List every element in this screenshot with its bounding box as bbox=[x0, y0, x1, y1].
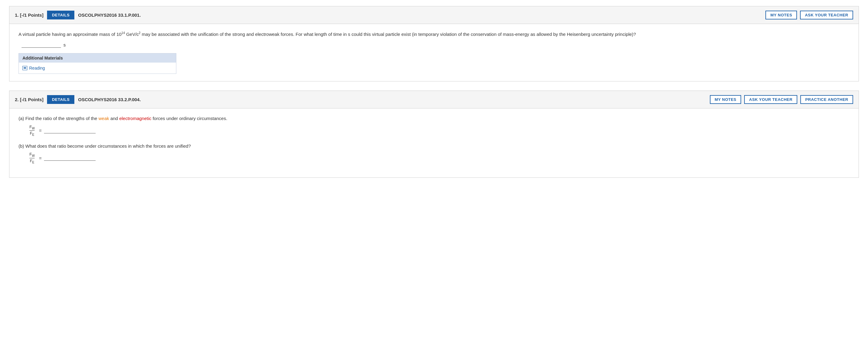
q2-fraction-b-den-sub: E bbox=[32, 161, 34, 164]
q2-my-notes-button[interactable]: MY NOTES bbox=[710, 95, 741, 104]
q1-my-notes-button[interactable]: MY NOTES bbox=[766, 11, 797, 20]
q1-additional-materials: Additional Materials Reading bbox=[19, 53, 176, 74]
question-2-header: 2. [-/1 Points] DETAILS OSCOLPHYS2016 33… bbox=[9, 91, 859, 109]
q2-part-a-prefix: (a) Find the ratio of the strengths of t… bbox=[19, 116, 98, 121]
q2-fraction-b-den: FE bbox=[30, 158, 34, 164]
q2-part-b-input[interactable] bbox=[44, 155, 96, 161]
q2-fraction-b-num-sub: W bbox=[32, 154, 35, 157]
q1-additional-materials-header: Additional Materials bbox=[19, 54, 176, 63]
q2-part-b-fraction-row: FW FE = bbox=[28, 152, 849, 164]
q2-fraction-b: FW FE bbox=[29, 152, 35, 164]
q2-part-a: (a) Find the ratio of the strengths of t… bbox=[19, 115, 849, 137]
q1-reading-label: Reading bbox=[29, 66, 45, 70]
question-1-number: 1. [-/1 Points] bbox=[15, 12, 43, 18]
question-2: 2. [-/1 Points] DETAILS OSCOLPHYS2016 33… bbox=[9, 91, 859, 178]
q2-details-button[interactable]: DETAILS bbox=[47, 95, 74, 104]
q1-exponent: 14 bbox=[121, 31, 125, 35]
q2-ask-teacher-button[interactable]: ASK YOUR TEACHER bbox=[744, 95, 797, 104]
question-2-body: (a) Find the ratio of the strengths of t… bbox=[9, 109, 859, 177]
q2-part-a-fraction-row: FW FE = bbox=[28, 124, 849, 137]
q2-fraction-a-den-sub: E bbox=[32, 133, 34, 137]
q1-header-buttons: MY NOTES ASK YOUR TEACHER bbox=[766, 11, 853, 20]
q1-additional-materials-body: Reading bbox=[19, 63, 176, 74]
q2-part-b-question: (b) What does that ratio become under ci… bbox=[19, 143, 849, 150]
question-1-body: A virtual particle having an approximate… bbox=[9, 24, 859, 81]
reading-icon bbox=[23, 66, 27, 70]
q2-fraction-a-num-sub: W bbox=[32, 126, 35, 130]
q2-fraction-b-num: FW bbox=[29, 152, 35, 158]
q2-part-a-input[interactable] bbox=[44, 128, 96, 134]
q2-practice-another-button[interactable]: PRACTICE ANOTHER bbox=[800, 95, 853, 104]
question-1: 1. [-/1 Points] DETAILS OSCOLPHYS2016 33… bbox=[9, 6, 859, 81]
q1-reading-link[interactable]: Reading bbox=[23, 66, 173, 70]
q2-part-a-question: (a) Find the ratio of the strengths of t… bbox=[19, 115, 849, 122]
question-1-text: A virtual particle having an approximate… bbox=[19, 31, 849, 38]
q2-part-a-middle: and bbox=[109, 116, 119, 121]
q2-fraction-a-den: FE bbox=[30, 131, 34, 137]
q2-header-buttons: MY NOTES ASK YOUR TEACHER PRACTICE ANOTH… bbox=[710, 95, 853, 104]
q2-part-a-suffix: forces under ordinary circumstances. bbox=[151, 116, 227, 121]
q2-equals-a: = bbox=[39, 128, 41, 133]
q1-ask-teacher-button[interactable]: ASK YOUR TEACHER bbox=[800, 11, 853, 20]
q1-exp2: 2 bbox=[139, 31, 141, 35]
q2-equals-b: = bbox=[39, 155, 41, 161]
q2-fraction-a: FW FE bbox=[29, 124, 35, 137]
question-1-code: OSCOLPHYS2016 33.1.P.001. bbox=[78, 12, 762, 18]
question-2-code: OSCOLPHYS2016 33.2.P.004. bbox=[78, 97, 706, 102]
q1-details-button[interactable]: DETAILS bbox=[47, 11, 74, 20]
question-1-header: 1. [-/1 Points] DETAILS OSCOLPHYS2016 33… bbox=[9, 6, 859, 24]
q2-weak-label: weak bbox=[98, 116, 109, 121]
q2-em-label: electromagnetic bbox=[119, 116, 151, 121]
q1-answer-input[interactable] bbox=[22, 42, 61, 48]
question-2-number: 2. [-/1 Points] bbox=[15, 97, 43, 102]
q2-fraction-a-num: FW bbox=[29, 124, 35, 131]
q2-part-b: (b) What does that ratio become under ci… bbox=[19, 143, 849, 164]
q1-input-unit: s bbox=[63, 42, 66, 48]
q1-answer-row: s bbox=[22, 42, 849, 48]
